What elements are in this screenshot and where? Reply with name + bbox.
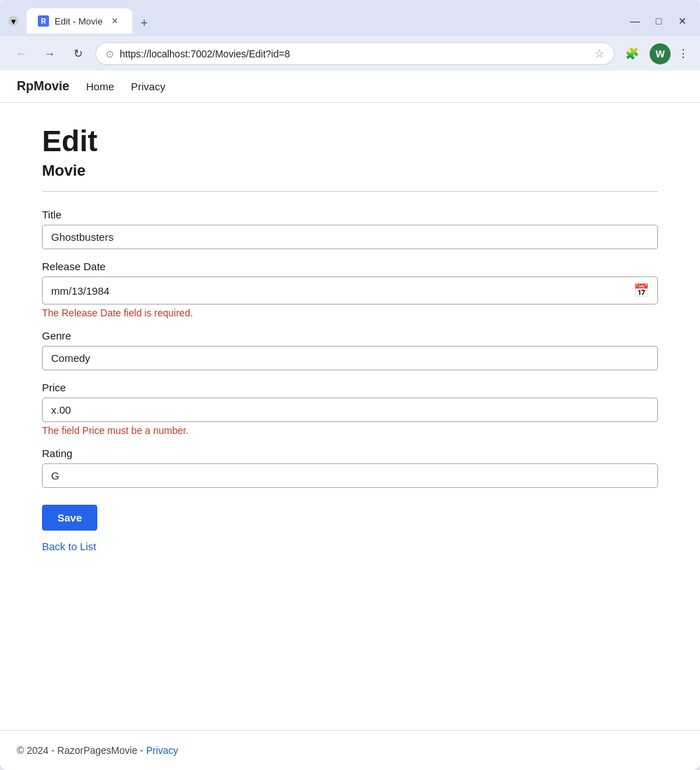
genre-label: Genre bbox=[42, 330, 658, 342]
minimize-button[interactable]: — bbox=[626, 12, 644, 30]
title-bar: ▾ R Edit - Movie ✕ + — □ ✕ bbox=[0, 0, 700, 36]
extensions-button[interactable]: 🧩 bbox=[622, 43, 643, 64]
forward-button[interactable]: → bbox=[39, 43, 60, 64]
url-bar[interactable]: ⊙ https://localhost:7002/Movies/Edit?id=… bbox=[95, 42, 615, 65]
release-date-label: Release Date bbox=[42, 260, 658, 272]
close-button[interactable]: ✕ bbox=[673, 12, 692, 30]
page-subheading: Movie bbox=[42, 162, 658, 180]
price-error: The field Price must be a number. bbox=[42, 425, 658, 436]
rating-input[interactable] bbox=[42, 463, 658, 488]
price-input[interactable] bbox=[42, 398, 658, 422]
tab-area: R Edit - Movie ✕ + bbox=[27, 8, 620, 34]
title-field-group: Title bbox=[42, 209, 658, 249]
release-date-field-group: Release Date mm/13/1984 📅 The Release Da… bbox=[42, 260, 658, 318]
url-security-icon: ⊙ bbox=[106, 48, 114, 59]
price-label: Price bbox=[42, 382, 658, 393]
reload-button[interactable]: ↻ bbox=[67, 43, 88, 64]
maximize-button[interactable]: □ bbox=[650, 12, 668, 30]
profile-avatar[interactable]: W bbox=[650, 43, 671, 64]
page-content: Edit Movie Title Release Date mm/13/1984… bbox=[0, 103, 700, 730]
release-date-input-wrapper[interactable]: mm/13/1984 📅 bbox=[42, 276, 658, 304]
release-date-value: mm/13/1984 bbox=[51, 285, 634, 297]
site-nav: RpMovie Home Privacy bbox=[0, 71, 700, 103]
footer-privacy-link[interactable]: Privacy bbox=[146, 745, 178, 756]
price-field-group: Price The field Price must be a number. bbox=[42, 382, 658, 436]
nav-privacy[interactable]: Privacy bbox=[131, 80, 165, 92]
bookmark-icon[interactable]: ☆ bbox=[594, 47, 604, 60]
url-text: https://localhost:7002/Movies/Edit?id=8 bbox=[120, 48, 589, 59]
genre-input[interactable] bbox=[42, 346, 658, 370]
genre-field-group: Genre bbox=[42, 330, 658, 370]
address-bar: ← → ↻ ⊙ https://localhost:7002/Movies/Ed… bbox=[0, 36, 700, 71]
window-controls: — □ ✕ bbox=[626, 12, 692, 30]
tab-close-button[interactable]: ✕ bbox=[108, 15, 121, 27]
browser-menu-button[interactable]: ⋮ bbox=[678, 47, 689, 60]
site-logo: RpMovie bbox=[17, 79, 69, 94]
site-footer: © 2024 - RazorPagesMovie - Privacy bbox=[0, 730, 700, 770]
tab-controls-left: ▾ bbox=[8, 16, 18, 26]
dropdown-btn[interactable]: ▾ bbox=[8, 16, 18, 26]
title-label: Title bbox=[42, 209, 658, 220]
nav-home[interactable]: Home bbox=[86, 80, 114, 92]
rating-label: Rating bbox=[42, 447, 658, 459]
tab-title: Edit - Movie bbox=[55, 16, 103, 27]
back-to-list-link[interactable]: Back to List bbox=[42, 540, 658, 552]
footer-copyright: © 2024 - RazorPagesMovie - bbox=[17, 745, 146, 756]
back-button[interactable]: ← bbox=[11, 43, 32, 64]
save-button[interactable]: Save bbox=[42, 505, 97, 531]
active-tab[interactable]: R Edit - Movie ✕ bbox=[27, 8, 132, 34]
tab-favicon: R bbox=[38, 15, 49, 27]
rating-field-group: Rating bbox=[42, 447, 658, 488]
title-input[interactable] bbox=[42, 225, 658, 249]
release-date-error: The Release Date field is required. bbox=[42, 307, 658, 318]
calendar-icon: 📅 bbox=[634, 283, 649, 298]
page-heading: Edit bbox=[42, 125, 658, 158]
new-tab-button[interactable]: + bbox=[135, 13, 154, 34]
section-divider bbox=[42, 191, 658, 192]
